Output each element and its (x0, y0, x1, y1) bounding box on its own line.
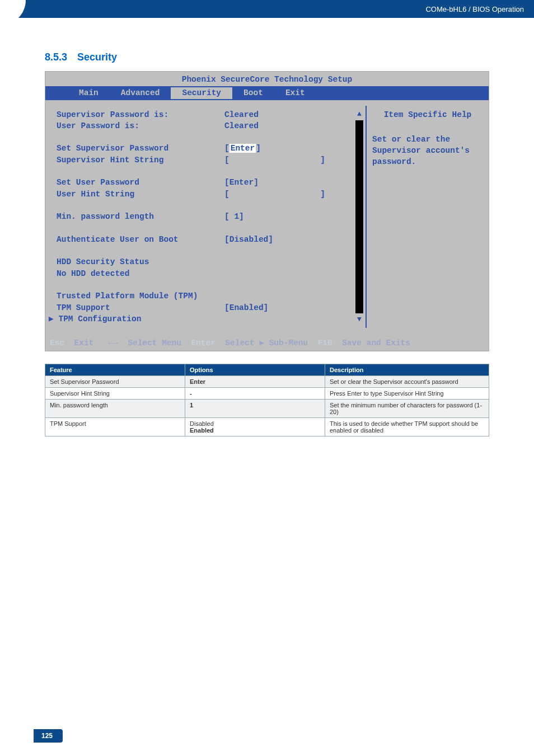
bios-row: HDD Security Status (57, 256, 362, 267)
bios-value[interactable] (224, 313, 320, 325)
bios-tab-security[interactable]: Security (171, 87, 232, 98)
header-bar: COMe-bHL6 / BIOS Operation (0, 0, 534, 18)
bios-label[interactable]: Set User Password (57, 177, 224, 188)
bios-label[interactable]: Authenticate User on Boot (57, 234, 224, 245)
footer-exit: Exit (74, 339, 94, 348)
bios-help-title: Item Specific Help (372, 109, 483, 120)
cell-options: 1 (185, 399, 325, 417)
bios-tab-advanced[interactable]: Advanced (110, 87, 171, 98)
cell-description: Set the minimum number of characters for… (325, 399, 489, 417)
bios-label[interactable]: User Password is: (57, 120, 224, 132)
cell-description: This is used to decide whether TPM suppo… (325, 417, 489, 436)
bios-row: ▶ TPM Configuration (57, 313, 362, 325)
scroll-track[interactable] (355, 120, 363, 313)
bios-value[interactable]: [Enter] (224, 177, 320, 188)
bios-row: Trusted Platform Module (TPM) (57, 290, 362, 302)
bios-row: User Hint String[] (57, 189, 362, 200)
options-table: Feature Options Description Set Supervis… (45, 364, 489, 436)
bios-screenshot: Phoenix SecureCore Technology Setup Main… (45, 71, 489, 351)
bios-value[interactable]: [] (224, 154, 325, 166)
bios-label[interactable]: TPM Support (57, 302, 224, 313)
table-row: TPM SupportDisabledEnabledThis is used t… (45, 417, 489, 436)
breadcrumb: COMe-bHL6 / BIOS Operation (425, 5, 524, 13)
bios-value[interactable] (224, 290, 320, 302)
cell-feature: Min. password length (45, 399, 185, 417)
bios-tab-boot[interactable]: Boot (232, 87, 274, 98)
bios-row: Set Supervisor Password[Enter] (57, 143, 362, 154)
bios-row (57, 245, 362, 256)
bios-value[interactable]: [] (224, 189, 325, 200)
bios-value[interactable] (224, 268, 320, 279)
key-enter: Enter (191, 339, 216, 348)
bios-title: Phoenix SecureCore Technology Setup (45, 72, 489, 86)
cell-feature: Supervisor Hint String (45, 387, 185, 399)
bios-left-pane: Supervisor Password is:ClearedUser Passw… (45, 106, 366, 328)
bios-scrollbar[interactable]: ▲ ▼ (355, 109, 363, 325)
footer-select-menu: Select Menu (128, 339, 181, 348)
col-feature: Feature (45, 364, 185, 375)
bios-label[interactable]: Trusted Platform Module (TPM) (57, 290, 224, 302)
bios-label[interactable]: Min. password length (57, 211, 224, 222)
bios-row (57, 132, 362, 143)
bios-label[interactable]: HDD Security Status (57, 256, 224, 267)
bios-help-line: password. (372, 156, 483, 167)
bios-row: User Password is:Cleared (57, 120, 362, 132)
cell-options: Enter (185, 375, 325, 387)
bios-label[interactable]: Set Supervisor Password (57, 143, 224, 154)
bios-label[interactable]: ▶ TPM Configuration (49, 313, 224, 325)
bios-row (57, 200, 362, 211)
key-esc: Esc (50, 339, 64, 348)
scroll-down-icon[interactable]: ▼ (357, 314, 362, 325)
page-footer: 125 (0, 729, 534, 756)
bios-tab-main[interactable]: Main (68, 87, 110, 98)
table-row: Supervisor Hint String-Press Enter to ty… (45, 387, 489, 399)
bios-tab-exit[interactable]: Exit (274, 87, 316, 98)
bios-row: Authenticate User on Boot[Disabled] (57, 234, 362, 245)
bios-footer: Esc Exit ←→ Select Menu Enter Select ▶ S… (45, 336, 489, 350)
bios-row: Set User Password[Enter] (57, 177, 362, 188)
cell-description: Press Enter to type Supervisor Hint Stri… (325, 387, 489, 399)
bios-row: Supervisor Password is:Cleared (57, 109, 362, 120)
key-f10: F10 (318, 339, 332, 348)
table-row: Min. password length1Set the minimum num… (45, 399, 489, 417)
bios-value[interactable] (224, 256, 320, 267)
bios-tabs: Main Advanced Security Boot Exit (45, 86, 489, 100)
bios-label[interactable]: Supervisor Hint String (57, 154, 224, 166)
cell-options: - (185, 387, 325, 399)
footer-select-sub: Select ▶ Sub-Menu (225, 339, 308, 348)
bios-value[interactable]: [Disabled] (224, 234, 320, 245)
bios-help-pane: Item Specific Help Set or clear the Supe… (366, 106, 489, 328)
cell-description: Set or clear the Supervisor account's pa… (325, 375, 489, 387)
bios-value-highlight[interactable]: Enter (229, 144, 256, 153)
arrows-icon: ←→ (108, 339, 118, 348)
bios-help-line: Set or clear the (372, 134, 483, 145)
bios-row: Min. password length[ 1] (57, 211, 362, 222)
bios-label[interactable]: Supervisor Password is: (57, 109, 224, 120)
bios-value[interactable]: [Enabled] (224, 302, 320, 313)
cell-options: DisabledEnabled (185, 417, 325, 436)
scroll-up-icon[interactable]: ▲ (357, 109, 362, 119)
section-number: 8.5.3 (45, 51, 67, 63)
cell-feature: TPM Support (45, 417, 185, 436)
bios-value[interactable]: [Enter] (224, 143, 320, 154)
bios-help-line: Supervisor account's (372, 145, 483, 156)
bios-label[interactable]: User Hint String (57, 189, 224, 200)
bios-row: Supervisor Hint String[] (57, 154, 362, 166)
col-description: Description (325, 364, 489, 375)
table-row: Set Supervisor PasswordEnterSet or clear… (45, 375, 489, 387)
bios-body: Supervisor Password is:ClearedUser Passw… (45, 100, 489, 336)
bios-row (57, 166, 362, 177)
bios-value[interactable]: Cleared (224, 109, 320, 120)
page-content: 8.5.3 Security Phoenix SecureCore Techno… (0, 18, 534, 436)
page-number: 125 (34, 729, 63, 743)
bios-value[interactable]: Cleared (224, 120, 320, 132)
bios-row (57, 279, 362, 290)
col-options: Options (185, 364, 325, 375)
section-title: Security (77, 51, 117, 63)
bios-row: No HDD detected (57, 268, 362, 279)
footer-save: Save and Exits (342, 339, 410, 348)
bios-row (57, 223, 362, 234)
bios-row: TPM Support[Enabled] (57, 302, 362, 313)
bios-value[interactable]: [ 1] (224, 211, 320, 222)
bios-label[interactable]: No HDD detected (57, 268, 224, 279)
